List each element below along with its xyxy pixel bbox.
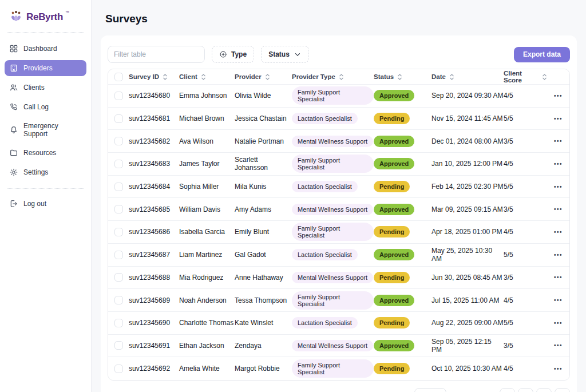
last-page-button[interactable]: » bbox=[555, 388, 570, 392]
survey-id-cell: suv12345681 bbox=[129, 114, 179, 122]
row-actions-ellipsis-button[interactable] bbox=[554, 342, 563, 349]
status-badge: Pending bbox=[374, 272, 410, 283]
provider-type-badge: Mental Wellness Support bbox=[292, 136, 373, 147]
row-actions-ellipsis-button[interactable] bbox=[554, 274, 563, 280]
clients-icon bbox=[9, 83, 18, 92]
row-checkbox[interactable] bbox=[114, 251, 123, 259]
sidebar-item-label: Dashboard bbox=[23, 45, 57, 53]
date-cell: Sep 05, 2025 12:15 PM bbox=[431, 338, 504, 354]
row-actions-ellipsis-button[interactable] bbox=[554, 252, 563, 258]
date-cell: Aug 22, 2025 09:00 AM bbox=[431, 319, 504, 327]
main-content: Surveys Type Status bbox=[92, 0, 586, 392]
sidebar-item-clients[interactable]: Clients bbox=[5, 80, 86, 96]
row-checkbox[interactable] bbox=[114, 205, 123, 213]
phone-icon bbox=[9, 102, 18, 112]
provider-type-badge: Mental Wellness Support bbox=[292, 340, 373, 351]
row-actions-ellipsis-button[interactable] bbox=[554, 116, 563, 122]
dashboard-icon bbox=[9, 44, 18, 53]
sidebar-item-resources[interactable]: Resources bbox=[5, 145, 86, 161]
sidebar-item-label: Resources bbox=[23, 149, 56, 157]
sidebar-item-dashboard[interactable]: Dashboard bbox=[5, 41, 86, 57]
sidebar-item-settings[interactable]: Settings bbox=[5, 164, 86, 180]
row-actions-ellipsis-button[interactable] bbox=[554, 138, 563, 144]
provider-type-badge: Family Support Specialist bbox=[292, 155, 374, 173]
row-checkbox[interactable] bbox=[114, 228, 123, 236]
survey-id-cell: suv12345692 bbox=[129, 365, 179, 373]
provider-cell: Amy Adams bbox=[235, 205, 292, 213]
row-actions-ellipsis-button[interactable] bbox=[554, 320, 563, 326]
next-page-button[interactable]: › bbox=[536, 388, 552, 392]
row-actions-ellipsis-button[interactable] bbox=[554, 161, 563, 167]
row-checkbox[interactable] bbox=[114, 273, 123, 282]
row-checkbox[interactable] bbox=[114, 296, 123, 304]
column-header-provider[interactable]: Provider bbox=[235, 73, 292, 81]
table-row: suv12345681 Michael Brown Jessica Chasta… bbox=[108, 108, 569, 130]
select-all-checkbox[interactable] bbox=[114, 73, 123, 81]
date-cell: Jul 15, 2025 11:00 AM bbox=[431, 296, 504, 304]
sidebar-item-providers[interactable]: Providers bbox=[5, 60, 86, 76]
column-header-date[interactable]: Date bbox=[431, 73, 504, 81]
client-score-cell: 5/5 bbox=[504, 114, 547, 122]
filter-table-input[interactable] bbox=[108, 46, 205, 63]
sort-icon bbox=[339, 73, 344, 81]
row-checkbox[interactable] bbox=[114, 319, 123, 327]
status-badge: Approved bbox=[374, 158, 414, 169]
provider-cell: Gal Gadot bbox=[235, 251, 292, 259]
provider-cell: Emily Blunt bbox=[235, 228, 292, 236]
provider-type-badge: Family Support Specialist bbox=[292, 86, 374, 105]
first-page-button[interactable]: « bbox=[500, 388, 515, 392]
row-actions-ellipsis-button[interactable] bbox=[554, 229, 563, 235]
row-checkbox[interactable] bbox=[114, 183, 123, 191]
client-score-cell: 3/5 bbox=[504, 342, 547, 350]
survey-id-cell: suv12345683 bbox=[129, 160, 179, 168]
row-actions-ellipsis-button[interactable] bbox=[554, 93, 563, 99]
export-data-button[interactable]: Export data bbox=[514, 47, 570, 62]
date-cell: Jun 30, 2025 08:45 AM bbox=[431, 274, 504, 282]
sidebar-item-label: Log out bbox=[23, 200, 46, 208]
type-filter-button[interactable]: Type bbox=[212, 46, 254, 63]
provider-cell: Mila Kunis bbox=[235, 183, 292, 191]
row-checkbox[interactable] bbox=[114, 137, 123, 145]
row-checkbox[interactable] bbox=[114, 92, 123, 100]
survey-id-cell: suv12345687 bbox=[129, 251, 179, 259]
column-header-provider-type[interactable]: Provider Type bbox=[292, 73, 374, 81]
row-actions-ellipsis-button[interactable] bbox=[554, 206, 563, 212]
row-actions-ellipsis-button[interactable] bbox=[554, 297, 563, 303]
table-row: suv12345684 Sophia Miller Mila Kunis Lac… bbox=[108, 176, 569, 199]
status-badge: Pending bbox=[374, 363, 410, 374]
survey-id-cell: suv12345686 bbox=[129, 228, 179, 236]
column-header-survey-id[interactable]: Survey ID bbox=[129, 73, 179, 81]
sidebar-item-call-log[interactable]: Call Log bbox=[5, 99, 86, 115]
sidebar-item-label: Providers bbox=[23, 64, 53, 72]
column-header-status[interactable]: Status bbox=[374, 73, 431, 81]
client-score-cell: 3/5 bbox=[504, 274, 547, 282]
column-header-client-score[interactable]: Client Score bbox=[504, 70, 547, 84]
table-row: suv12345692 Amelia White Margot Robbie F… bbox=[108, 357, 569, 380]
logout-icon bbox=[9, 199, 18, 208]
row-actions-ellipsis-button[interactable] bbox=[554, 366, 563, 372]
status-badge: Pending bbox=[374, 317, 410, 328]
sidebar-item-emergency-support[interactable]: Emergency Support bbox=[5, 118, 86, 141]
sidebar-item-log-out[interactable]: Log out bbox=[5, 196, 86, 212]
table-row: suv12345690 Charlotte Thomas Kate Winsle… bbox=[108, 312, 569, 335]
table-row: suv12345687 Liam Martinez Gal Gadot Lact… bbox=[108, 244, 569, 267]
column-header-client[interactable]: Client bbox=[179, 73, 235, 81]
provider-cell: Tessa Thompson bbox=[235, 296, 292, 304]
row-checkbox[interactable] bbox=[114, 114, 123, 123]
entries-per-page-select[interactable]: 10 bbox=[414, 388, 446, 392]
table-footer: Showing to of entries Entries per page 1… bbox=[108, 388, 570, 392]
provider-type-badge: Family Support Specialist bbox=[292, 359, 374, 378]
row-checkbox[interactable] bbox=[114, 365, 123, 373]
prev-page-button[interactable]: ‹ bbox=[518, 388, 533, 392]
status-filter-button[interactable]: Status bbox=[261, 46, 309, 63]
table-header-row: Survey ID Client Provider Provider Type … bbox=[108, 69, 569, 85]
date-cell: Oct 10, 2025 10:30 AM bbox=[431, 365, 504, 373]
status-badge: Approved bbox=[374, 90, 414, 101]
row-checkbox[interactable] bbox=[114, 160, 123, 168]
status-filter-label: Status bbox=[268, 50, 290, 58]
client-score-cell: 3/5 bbox=[504, 205, 547, 213]
status-badge: Pending bbox=[374, 226, 410, 237]
row-checkbox[interactable] bbox=[114, 341, 123, 350]
rebyrth-flower-icon bbox=[8, 9, 24, 25]
row-actions-ellipsis-button[interactable] bbox=[554, 184, 563, 190]
